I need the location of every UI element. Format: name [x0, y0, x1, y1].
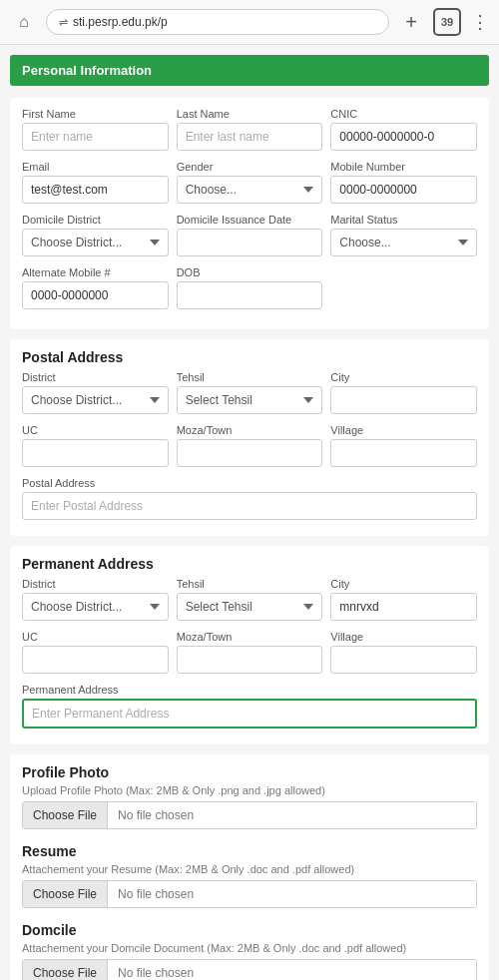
postal-village-label: Village — [330, 424, 477, 436]
postal-village-input[interactable] — [330, 439, 477, 467]
new-tab-icon: + — [405, 11, 417, 34]
url-text: sti.pesrp.edu.pk/p — [73, 15, 168, 29]
postal-address-input[interactable] — [22, 492, 477, 520]
perm-city-label: City — [330, 578, 477, 590]
postal-district-group: District Choose District... — [22, 371, 169, 414]
perm-uc-moza-village-row: UC Moza/Town Village — [22, 631, 477, 674]
postal-address-textarea-group: Postal Address — [22, 477, 477, 520]
profile-photo-upload-row: Choose File No file chosen — [22, 801, 477, 829]
postal-address-title: Postal Address — [22, 349, 477, 365]
permanent-address-card: Permanent Address District Choose Distri… — [10, 546, 489, 744]
resume-file-name: No file chosen — [108, 881, 476, 907]
first-name-input[interactable] — [22, 123, 169, 151]
perm-moza-label: Moza/Town — [177, 631, 323, 643]
dob-group: DOB — [177, 266, 323, 309]
tab-count[interactable]: 39 — [433, 8, 461, 36]
url-icon: ⇌ — [59, 16, 68, 29]
domcile-upload-row: Choose File No file chosen — [22, 959, 477, 980]
perm-district-group: District Choose District... — [22, 578, 169, 621]
postal-moza-input[interactable] — [177, 439, 323, 467]
profile-photo-section: Profile Photo Upload Profile Photo (Max:… — [22, 764, 477, 829]
home-icon: ⌂ — [19, 13, 29, 31]
postal-district-label: District — [22, 371, 169, 383]
profile-photo-file-name: No file chosen — [108, 802, 476, 828]
postal-tehsil-label: Tehsil — [177, 371, 323, 383]
dob-spacer — [330, 266, 477, 309]
mobile-label: Mobile Number — [330, 161, 477, 173]
perm-city-group: City — [330, 578, 477, 621]
postal-uc-moza-village-row: UC Moza/Town Village — [22, 424, 477, 467]
perm-village-input[interactable] — [330, 646, 477, 674]
alt-mobile-input[interactable] — [22, 281, 169, 309]
first-name-label: First Name — [22, 108, 169, 120]
gender-group: Gender Choose... Male Female — [177, 161, 323, 204]
mobile-input[interactable] — [330, 176, 477, 204]
name-cnic-row: First Name Last Name CNIC — [22, 108, 477, 151]
perm-district-label: District — [22, 578, 169, 590]
last-name-group: Last Name — [177, 108, 323, 151]
domicile-date-label: Domicile Issuance Date — [177, 214, 323, 226]
domicile-date-input[interactable] — [177, 229, 323, 256]
domicile-district-label: Domicile District — [22, 214, 169, 226]
postal-city-label: City — [330, 371, 477, 383]
profile-photo-upload-label: Upload Profile Photo (Max: 2MB & Only .p… — [22, 784, 477, 796]
browser-toolbar: ⌂ ⇌ sti.pesrp.edu.pk/p + 39 ⋮ — [0, 0, 499, 45]
perm-address-label: Permanent Address — [22, 684, 477, 696]
resume-choose-btn[interactable]: Choose File — [23, 881, 108, 907]
perm-moza-input[interactable] — [177, 646, 323, 674]
domicile-district-group: Domicile District Choose District... — [22, 214, 169, 256]
section-header: Personal Information — [10, 55, 489, 86]
postal-moza-label: Moza/Town — [177, 424, 323, 436]
postal-uc-group: UC — [22, 424, 169, 467]
perm-tehsil-select[interactable]: Select Tehsil — [177, 593, 323, 621]
postal-tehsil-select[interactable]: Select Tehsil — [177, 386, 323, 414]
new-tab-button[interactable]: + — [397, 8, 425, 36]
domicile-district-select[interactable]: Choose District... — [22, 229, 169, 256]
cnic-label: CNIC — [330, 108, 477, 120]
profile-photo-card: Profile Photo Upload Profile Photo (Max:… — [10, 754, 489, 980]
perm-address-input-group: Permanent Address — [22, 684, 477, 729]
perm-village-group: Village — [330, 631, 477, 674]
home-button[interactable]: ⌂ — [10, 8, 38, 36]
perm-address-input[interactable] — [22, 699, 477, 729]
resume-title: Resume — [22, 843, 477, 859]
gender-select[interactable]: Choose... Male Female — [177, 176, 323, 204]
last-name-input[interactable] — [177, 123, 323, 151]
marital-status-select[interactable]: Choose... — [330, 229, 477, 256]
domcile-upload-label: Attachement your Domcile Document (Max: … — [22, 942, 477, 954]
postal-city-group: City — [330, 371, 477, 414]
postal-city-input[interactable] — [330, 386, 477, 414]
dob-input[interactable] — [177, 281, 323, 309]
perm-uc-input[interactable] — [22, 646, 169, 674]
url-bar[interactable]: ⇌ sti.pesrp.edu.pk/p — [46, 9, 389, 35]
perm-uc-group: UC — [22, 631, 169, 674]
alt-mobile-group: Alternate Mobile # — [22, 266, 169, 309]
perm-city-input[interactable] — [330, 593, 477, 621]
domcile-section: Domcile Attachement your Domcile Documen… — [22, 922, 477, 980]
perm-uc-label: UC — [22, 631, 169, 643]
cnic-input[interactable] — [330, 123, 477, 151]
profile-photo-choose-btn[interactable]: Choose File — [23, 802, 108, 828]
postal-address-card: Postal Address District Choose District.… — [10, 339, 489, 536]
postal-uc-input[interactable] — [22, 439, 169, 467]
alt-mobile-label: Alternate Mobile # — [22, 266, 169, 278]
domcile-choose-btn[interactable]: Choose File — [23, 960, 108, 980]
email-input[interactable] — [22, 176, 169, 204]
postal-district-select[interactable]: Choose District... — [22, 386, 169, 414]
mobile-group: Mobile Number — [330, 161, 477, 204]
gender-label: Gender — [177, 161, 323, 173]
email-group: Email — [22, 161, 169, 204]
email-gender-mobile-row: Email Gender Choose... Male Female Mobil… — [22, 161, 477, 204]
perm-tehsil-group: Tehsil Select Tehsil — [177, 578, 323, 621]
perm-district-tehsil-city-row: District Choose District... Tehsil Selec… — [22, 578, 477, 621]
postal-village-group: Village — [330, 424, 477, 467]
cnic-group: CNIC — [330, 108, 477, 151]
first-name-group: First Name — [22, 108, 169, 151]
resume-upload-label: Attachement your Resume (Max: 2MB & Only… — [22, 863, 477, 875]
domicile-marital-row: Domicile District Choose District... Dom… — [22, 214, 477, 256]
profile-photo-title: Profile Photo — [22, 764, 477, 780]
browser-menu-button[interactable]: ⋮ — [469, 11, 489, 33]
postal-address-textarea-label: Postal Address — [22, 477, 477, 489]
perm-moza-group: Moza/Town — [177, 631, 323, 674]
perm-district-select[interactable]: Choose District... — [22, 593, 169, 621]
